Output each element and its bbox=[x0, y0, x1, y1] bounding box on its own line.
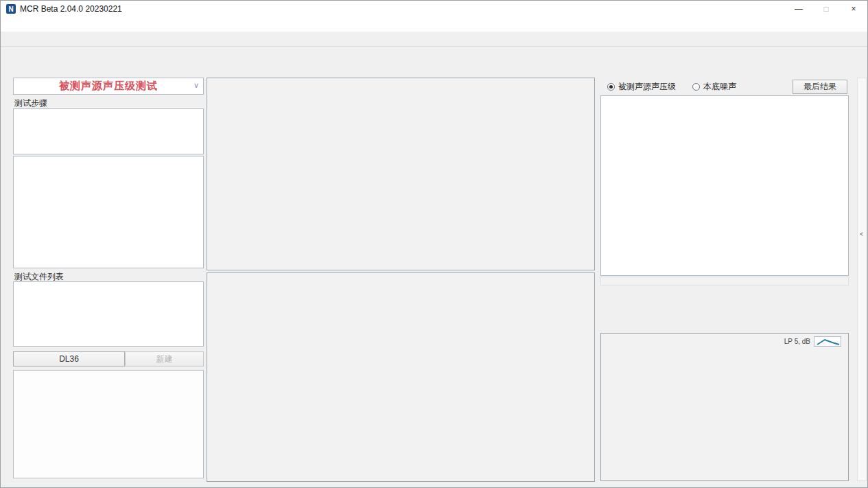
steps-list bbox=[13, 108, 204, 154]
radio-label: 被测声源声压级 bbox=[618, 81, 676, 93]
spectrum-bar-chart bbox=[207, 272, 595, 482]
close-button[interactable]: × bbox=[840, 1, 867, 17]
time-history-chart bbox=[207, 78, 595, 270]
collapse-panel-handle[interactable]: < bbox=[857, 78, 867, 481]
window-title: MCR Beta 2.04.0 20230221 bbox=[20, 4, 122, 14]
channel-table bbox=[13, 156, 204, 268]
menu-bar bbox=[1, 17, 867, 32]
radio-background-noise[interactable]: 本底噪声 bbox=[692, 81, 736, 93]
app-window: N MCR Beta 2.04.0 20230221 — □ × 被测声源声压级… bbox=[0, 0, 868, 488]
steps-label: 测试步骤 bbox=[14, 97, 47, 109]
title-bar: N MCR Beta 2.04.0 20230221 — □ × bbox=[1, 1, 867, 17]
app-icon: N bbox=[6, 4, 16, 14]
radio-label: 本底噪声 bbox=[703, 81, 736, 93]
chart-legend: LP 5, dB bbox=[784, 336, 841, 347]
chevron-down-icon: ∨ bbox=[193, 81, 199, 90]
legend-sample-icon bbox=[814, 336, 841, 347]
radio-source-spl[interactable]: 被测声源声压级 bbox=[607, 81, 676, 93]
device-button[interactable]: DL36 bbox=[13, 351, 125, 367]
test-type-dropdown[interactable]: 被测声源声压级测试 ∨ bbox=[13, 78, 204, 95]
radio-selected-icon bbox=[607, 83, 615, 91]
maximize-button[interactable]: □ bbox=[812, 1, 840, 17]
test-file-list bbox=[13, 281, 204, 347]
horizontal-scrollbar[interactable] bbox=[600, 277, 849, 286]
chart-legend bbox=[587, 81, 589, 82]
main-tab-strip bbox=[1, 32, 867, 47]
test-type-label: 被测声源声压级测试 bbox=[59, 80, 158, 93]
chevron-left-icon: < bbox=[860, 231, 863, 237]
new-button[interactable]: 新建 bbox=[125, 351, 204, 367]
minimize-button[interactable]: — bbox=[785, 1, 812, 17]
radio-unselected-icon bbox=[692, 83, 700, 91]
action-button-group bbox=[13, 370, 204, 478]
legend-label: LP 5, dB bbox=[784, 338, 810, 345]
final-result-button[interactable]: 最后结果 bbox=[793, 80, 847, 94]
lp5-line-chart: LP 5, dB bbox=[600, 333, 849, 481]
results-table bbox=[600, 95, 849, 276]
window-controls: — □ × bbox=[785, 1, 867, 17]
